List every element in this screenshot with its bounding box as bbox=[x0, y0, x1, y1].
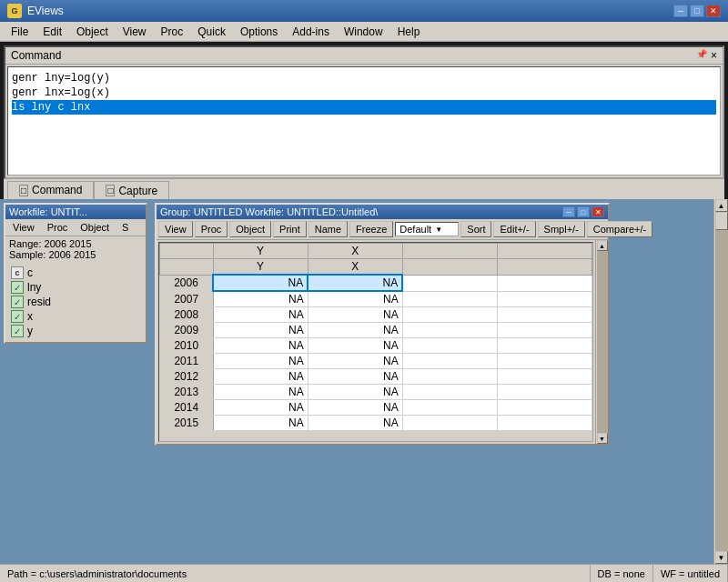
cell-empty1 bbox=[402, 385, 497, 400]
data-grid: Y X Y X bbox=[159, 243, 592, 431]
item-c-label: c bbox=[27, 266, 33, 279]
grid-scroll-up[interactable]: ▲ bbox=[597, 240, 608, 251]
data-grid-container[interactable]: Y X Y X bbox=[158, 242, 593, 442]
cell-x[interactable]: NA bbox=[308, 275, 402, 291]
group-minimize-btn[interactable]: ─ bbox=[562, 206, 575, 217]
minimize-button[interactable]: ─ bbox=[673, 5, 688, 17]
cell-empty2 bbox=[497, 369, 592, 385]
group-proc-btn[interactable]: Proc bbox=[195, 221, 228, 237]
cell-y[interactable]: NA bbox=[213, 400, 308, 416]
group-title: Group: UNTITLED Workfile: UNTITLED::Unti… bbox=[160, 206, 378, 217]
workfile-view-btn[interactable]: View bbox=[6, 220, 41, 235]
table-row: 2009NANA bbox=[160, 323, 592, 338]
menu-file[interactable]: File bbox=[4, 24, 35, 40]
command-panel-close[interactable]: × bbox=[711, 49, 717, 62]
menu-edit[interactable]: Edit bbox=[35, 24, 69, 40]
group-close-btn[interactable]: ✕ bbox=[592, 206, 604, 217]
workfile-item-resid[interactable]: ✓ resid bbox=[9, 295, 142, 309]
cell-y[interactable]: NA bbox=[213, 323, 308, 338]
cell-x[interactable]: NA bbox=[308, 416, 402, 431]
workfile-range: Range: 2006 2015 Sample: 2006 2015 bbox=[5, 236, 146, 262]
workfile-title: Workfile: UNTIT... bbox=[9, 206, 87, 217]
cell-y[interactable]: NA bbox=[213, 369, 308, 385]
cell-x[interactable]: NA bbox=[308, 291, 402, 307]
cell-empty2 bbox=[497, 416, 592, 431]
grid-scrollbar[interactable]: ▲ ▼ bbox=[595, 240, 608, 444]
group-view-btn[interactable]: View bbox=[158, 221, 193, 237]
table-row: 2011NANA bbox=[160, 354, 592, 369]
cell-empty1 bbox=[402, 323, 497, 338]
group-freeze-btn[interactable]: Freeze bbox=[349, 221, 393, 237]
menu-options[interactable]: Options bbox=[233, 24, 285, 40]
cell-y[interactable]: NA bbox=[213, 385, 308, 400]
workfile-items: c c ✓ lny ✓ resid ✓ x ✓ y bbox=[5, 262, 146, 342]
menu-help[interactable]: Help bbox=[390, 24, 428, 40]
grid-scroll-down[interactable]: ▼ bbox=[597, 433, 608, 444]
command-panel: Command 📌 × genr lny=log(y) genr lnx=log… bbox=[4, 45, 724, 179]
workfile-item-x[interactable]: ✓ x bbox=[9, 309, 142, 324]
cell-x[interactable]: NA bbox=[308, 354, 402, 369]
item-c-icon: c bbox=[11, 266, 24, 279]
cell-y[interactable]: NA bbox=[213, 275, 308, 291]
workfile-item-lny[interactable]: ✓ lny bbox=[9, 280, 142, 295]
scroll-track bbox=[715, 212, 728, 551]
menu-addins[interactable]: Add-ins bbox=[285, 24, 337, 40]
right-scrollbar[interactable]: ▲ ▼ bbox=[713, 199, 728, 564]
item-lny-icon: ✓ bbox=[11, 281, 24, 294]
command-input-area[interactable]: genr lny=log(y) genr lnx=log(x) ls lny c… bbox=[7, 66, 721, 176]
menu-window[interactable]: Window bbox=[337, 24, 390, 40]
scroll-thumb[interactable] bbox=[715, 212, 728, 230]
workfile-item-c[interactable]: c c bbox=[9, 266, 142, 280]
menu-proc[interactable]: Proc bbox=[154, 24, 191, 40]
group-smpl-btn[interactable]: Smpl+/- bbox=[538, 221, 585, 237]
tab-capture[interactable]: □ Capture bbox=[94, 181, 169, 199]
cell-y[interactable]: NA bbox=[213, 354, 308, 369]
item-resid-label: resid bbox=[27, 296, 51, 308]
cell-year: 2014 bbox=[160, 400, 214, 416]
grid-subheader-extra1 bbox=[402, 259, 497, 276]
menu-object[interactable]: Object bbox=[69, 24, 116, 40]
group-compare-btn[interactable]: Compare+/- bbox=[587, 221, 652, 237]
workfile-panel: Workfile: UNTIT... View Proc Object S Ra… bbox=[4, 203, 147, 344]
cell-y[interactable]: NA bbox=[213, 307, 308, 323]
group-object-btn[interactable]: Object bbox=[229, 221, 271, 237]
range-label: Range: 2006 2015 bbox=[9, 238, 142, 249]
command-panel-pin[interactable]: 📌 bbox=[696, 49, 707, 62]
group-name-btn[interactable]: Name bbox=[308, 221, 348, 237]
command-line-3: ls lny c lnx bbox=[12, 100, 716, 115]
menu-view[interactable]: View bbox=[116, 24, 154, 40]
workfile-item-y[interactable]: ✓ y bbox=[9, 324, 142, 338]
scroll-down-button[interactable]: ▼ bbox=[715, 551, 728, 564]
group-sort-btn[interactable]: Sort bbox=[460, 221, 491, 237]
workfile-toolbar: View Proc Object S bbox=[5, 219, 146, 236]
maximize-button[interactable]: □ bbox=[690, 5, 704, 17]
cell-x[interactable]: NA bbox=[308, 323, 402, 338]
cell-y[interactable]: NA bbox=[213, 291, 308, 307]
cell-x[interactable]: NA bbox=[308, 338, 402, 354]
status-db: DB = none bbox=[591, 565, 653, 582]
group-print-btn[interactable]: Print bbox=[273, 221, 307, 237]
cell-x[interactable]: NA bbox=[308, 307, 402, 323]
cell-empty1 bbox=[402, 400, 497, 416]
tab-command[interactable]: □ Command bbox=[7, 181, 94, 199]
group-edit-btn[interactable]: Edit+/- bbox=[493, 221, 535, 237]
cell-x[interactable]: NA bbox=[308, 369, 402, 385]
table-row: 2008NANA bbox=[160, 307, 592, 323]
cell-y[interactable]: NA bbox=[213, 416, 308, 431]
scroll-up-button[interactable]: ▲ bbox=[715, 199, 728, 212]
cell-y[interactable]: NA bbox=[213, 338, 308, 354]
workspace: ▲ ▼ Workfile: UNTIT... View Proc Object … bbox=[0, 199, 728, 582]
group-default-dropdown[interactable]: Default bbox=[395, 222, 459, 236]
close-button[interactable]: ✕ bbox=[706, 5, 721, 17]
command-line-2: genr lnx=log(x) bbox=[12, 85, 716, 100]
cell-x[interactable]: NA bbox=[308, 385, 402, 400]
cell-x[interactable]: NA bbox=[308, 400, 402, 416]
grid-subheader-y: Y bbox=[213, 259, 308, 276]
workfile-s-btn[interactable]: S bbox=[116, 220, 135, 235]
menu-quick[interactable]: Quick bbox=[190, 24, 233, 40]
cell-empty2 bbox=[497, 400, 592, 416]
grid-header-x: X bbox=[308, 244, 402, 259]
workfile-object-btn[interactable]: Object bbox=[74, 220, 116, 235]
workfile-proc-btn[interactable]: Proc bbox=[41, 220, 75, 235]
group-maximize-btn[interactable]: □ bbox=[577, 206, 590, 217]
